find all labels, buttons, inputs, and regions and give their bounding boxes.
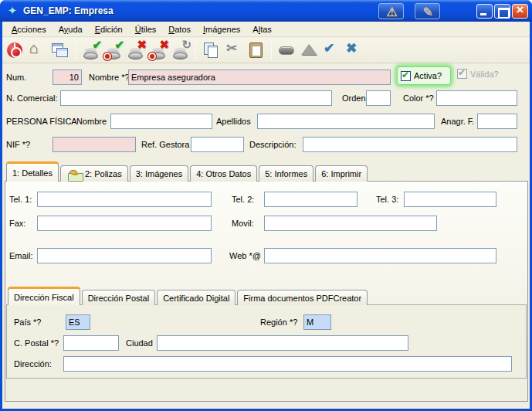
menu-item-imagenes[interactable]: Imágenes — [197, 23, 246, 36]
orden-label: Orden — [342, 90, 366, 106]
movil-label: Movil: — [232, 216, 254, 231]
tab-1-detalles[interactable]: 1: Detalles — [6, 161, 59, 182]
persona-fisica-label: PERSONA FÍSICA — [6, 114, 77, 129]
menu-item-utiles[interactable]: Útiles — [129, 23, 163, 36]
tab-4-otros-datos[interactable]: 4: Otros Datos — [190, 165, 257, 182]
pf-nombre-field[interactable] — [110, 114, 212, 129]
tab-bar: 1: Detalles2: Polizas3: Imágenes4: Otros… — [6, 161, 369, 182]
collapse-button[interactable] — [276, 39, 298, 62]
valida-checkbox[interactable] — [457, 69, 467, 79]
db-rollback-record-icon: ✖ — [148, 41, 168, 60]
apellidos-field[interactable] — [257, 114, 435, 129]
menu-item-altas[interactable]: Altas — [246, 23, 277, 36]
nombre-field[interactable] — [128, 70, 391, 85]
nif-field[interactable] — [53, 137, 136, 152]
cut-button[interactable]: ✂ — [222, 39, 245, 62]
ref-gestora-field[interactable] — [191, 137, 244, 152]
tab-6-imprimir[interactable]: 6: Imprimir — [315, 165, 368, 182]
exit-button[interactable] — [4, 39, 26, 62]
tab-label: Certificado Digital — [163, 294, 229, 303]
color-field[interactable] — [436, 90, 517, 106]
close-button[interactable] — [512, 4, 528, 19]
region-label: Región *? — [260, 314, 297, 330]
tel2-label: Tel. 2: — [232, 192, 254, 207]
address-tab-firma-documentos-pdfcreator[interactable]: Firma documentos PDFCreator — [237, 290, 368, 305]
ciudad-field[interactable] — [157, 335, 408, 351]
tel2-field[interactable] — [264, 192, 357, 207]
copy-button[interactable] — [200, 39, 222, 62]
cross-blue-icon: ✖ — [344, 41, 364, 60]
tab-label: 3: Imágenes — [136, 169, 183, 178]
menu-item-datos[interactable]: Datos — [162, 23, 197, 36]
anagr-field[interactable] — [477, 114, 517, 129]
menu-item-acciones[interactable]: Acciones — [5, 23, 53, 36]
num-field[interactable] — [53, 70, 82, 85]
region-field[interactable] — [303, 314, 331, 330]
minimize-button[interactable] — [476, 4, 493, 19]
cancel-button[interactable]: ✖ — [343, 39, 365, 62]
paste-button[interactable] — [245, 39, 267, 62]
pf-nombre-label: Nombre — [76, 114, 107, 129]
fax-field[interactable] — [37, 216, 212, 231]
refresh-button[interactable]: ↻ — [169, 39, 191, 62]
accept-button[interactable]: ✔ — [320, 39, 343, 62]
toolbar-separator — [75, 40, 76, 60]
ciudad-label: Ciudad — [126, 335, 153, 351]
commit-record-button[interactable]: ✔ — [102, 39, 124, 62]
tel1-field[interactable] — [37, 192, 212, 207]
valida-label: Válida? — [470, 70, 499, 79]
client-area: AccionesAyudaEdiciónÚtilesDatosImágenesA… — [2, 22, 530, 409]
movil-field[interactable] — [264, 216, 437, 231]
home-button[interactable]: ⌂ — [26, 39, 49, 62]
c-postal-field[interactable] — [63, 335, 119, 351]
activa-checkbox[interactable] — [401, 71, 411, 81]
tab-label: 4: Otros Datos — [196, 169, 251, 178]
home-icon: ⌂ — [28, 41, 47, 60]
edit-tools-button[interactable]: ✎ — [415, 3, 440, 19]
db-refresh-icon: ↻ — [171, 41, 190, 60]
address-tab-certificado-digital[interactable]: Certificado Digital — [157, 290, 236, 305]
web-field[interactable] — [264, 248, 496, 263]
menu-item-edicion[interactable]: Edición — [89, 23, 129, 36]
cascade-windows-button[interactable] — [49, 39, 71, 62]
warning-button[interactable]: ⚠ — [378, 3, 404, 19]
fax-label: Fax: — [9, 216, 25, 231]
anagr-label: Anagr. F. — [441, 114, 474, 129]
title-bar[interactable]: ✦ GEN_EMP: Empresa ⚠✎ — [0, 0, 532, 22]
move-up-button[interactable] — [298, 39, 320, 62]
nif-label: NIF *? — [6, 137, 30, 152]
rollback-all-button[interactable]: ✖ — [124, 39, 147, 62]
email-field[interactable] — [37, 248, 212, 263]
descripcion-field[interactable] — [303, 137, 517, 152]
address-tab-direccion-fiscal[interactable]: Dirección Fiscal — [8, 287, 80, 305]
tab-2-polizas[interactable]: 2: Polizas — [60, 165, 128, 182]
tel3-label: Tel. 3: — [376, 192, 398, 207]
tel3-field[interactable] — [404, 192, 496, 207]
window-controls — [476, 4, 528, 19]
apellidos-label: Apellidos — [216, 114, 251, 129]
direccion-field[interactable] — [63, 356, 512, 372]
pais-field[interactable] — [66, 314, 90, 330]
db-rollback-icon: ✖ — [126, 41, 145, 60]
tab-5-informes[interactable]: 5: Informes — [259, 165, 313, 182]
num-label: Num. — [6, 70, 26, 85]
maximize-button[interactable] — [494, 4, 510, 19]
valida-wrap: Válida? — [457, 69, 499, 79]
tab-3-imagenes[interactable]: 3: Imágenes — [130, 165, 189, 182]
rollback-record-button[interactable]: ✖ — [147, 39, 169, 62]
shield-pencil-icon: ✎ — [422, 5, 437, 21]
commit-all-button[interactable]: ✔ — [80, 39, 102, 62]
triangle-up-icon — [300, 41, 319, 60]
app-window: ✦ GEN_EMP: Empresa ⚠✎ AccionesAyudaEdici… — [0, 0, 532, 411]
menu-item-ayuda[interactable]: Ayuda — [53, 23, 89, 36]
n-comercial-field[interactable] — [60, 90, 332, 106]
warning-triangle-icon: ⚠ — [385, 5, 401, 21]
tab-label: Dirección Fiscal — [14, 293, 74, 302]
orden-field[interactable] — [366, 90, 391, 106]
tab-label: 2: Polizas — [85, 169, 122, 178]
email-label: Email: — [9, 248, 33, 263]
power-icon — [5, 41, 25, 60]
nombre-label: Nombre *? — [89, 70, 130, 85]
db-commit-record-icon: ✔ — [103, 41, 123, 60]
address-tab-direccion-postal[interactable]: Dirección Postal — [82, 290, 155, 305]
